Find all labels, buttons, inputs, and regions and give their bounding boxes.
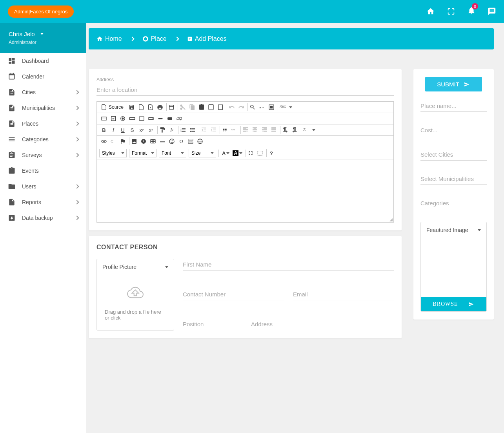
styles-select[interactable]: Styles [99, 149, 127, 157]
chat-icon[interactable] [488, 7, 496, 16]
div-icon[interactable]: DIV [231, 127, 237, 133]
italic-icon[interactable]: I [110, 127, 116, 133]
nav-surveys[interactable]: Surveys [0, 147, 86, 163]
cut-icon[interactable] [180, 104, 186, 110]
language-icon[interactable]: 文 [303, 127, 309, 133]
strike-icon[interactable]: S [129, 127, 135, 133]
align-left-icon[interactable] [242, 127, 249, 133]
textarea-icon[interactable] [138, 115, 145, 122]
paste-word-icon[interactable] [217, 104, 224, 110]
browse-button[interactable]: BROWSE [421, 297, 486, 311]
numbered-list-icon[interactable] [180, 127, 186, 133]
profile-picture-drop-area[interactable]: Drag and drop a file here or click [97, 275, 174, 330]
text-color-button[interactable]: A [222, 150, 229, 156]
profile-block[interactable]: Chris Jelo Administrator [0, 23, 86, 53]
notifications-button[interactable]: 0 [467, 6, 476, 16]
unlink-icon[interactable] [110, 138, 116, 144]
address-input[interactable] [96, 84, 394, 96]
select-municipalities-input[interactable] [420, 173, 487, 185]
copy-format-icon[interactable] [159, 127, 166, 133]
place-name-input[interactable] [420, 100, 487, 112]
first-name-input[interactable] [183, 259, 394, 270]
breadcrumb-home[interactable]: Home [96, 35, 122, 42]
size-select[interactable]: Size [189, 149, 216, 157]
copy-icon[interactable] [189, 104, 195, 110]
fullscreen-icon[interactable] [447, 7, 455, 16]
save-icon[interactable] [129, 104, 135, 110]
smiley-icon[interactable] [169, 138, 175, 144]
align-right-icon[interactable] [261, 127, 267, 133]
outdent-icon[interactable] [201, 127, 207, 133]
nav-reports[interactable]: Reports [0, 194, 86, 210]
show-blocks-icon[interactable] [257, 150, 263, 156]
bg-color-button[interactable]: A [233, 150, 242, 156]
image-icon[interactable] [131, 138, 137, 144]
flash-icon[interactable] [140, 138, 147, 144]
select-cities-input[interactable] [420, 149, 487, 161]
maximize-icon[interactable] [247, 150, 254, 156]
find-icon[interactable] [249, 104, 256, 110]
paste-icon[interactable] [198, 104, 205, 110]
table-icon[interactable] [150, 138, 156, 144]
pagebreak-icon[interactable] [187, 138, 194, 144]
nav-places[interactable]: Places [0, 116, 86, 132]
position-input[interactable] [183, 318, 242, 330]
underline-icon[interactable]: U [120, 127, 126, 133]
remove-format-icon[interactable]: Ix [169, 127, 175, 133]
featured-image-drop-area[interactable] [421, 238, 486, 297]
contact-number-input[interactable] [183, 289, 284, 300]
breadcrumb-add[interactable]: Add Places [187, 35, 227, 42]
nav-dashboard[interactable]: Dashboard [0, 53, 86, 69]
radio-icon[interactable] [120, 115, 126, 122]
nav-cities[interactable]: Cities [0, 84, 86, 100]
special-char-icon[interactable]: Ω [178, 138, 184, 144]
new-page-icon[interactable] [138, 104, 144, 110]
print-icon[interactable] [157, 104, 163, 110]
imagebutton-icon[interactable] [167, 115, 173, 122]
select-icon[interactable] [148, 115, 154, 122]
chevron-down-icon[interactable] [312, 129, 315, 131]
home-icon[interactable] [426, 7, 435, 16]
link-icon[interactable] [101, 138, 107, 144]
select-all-icon[interactable] [268, 104, 275, 110]
preview-icon[interactable] [147, 104, 154, 110]
blockquote-icon[interactable] [222, 127, 228, 133]
align-center-icon[interactable] [252, 127, 258, 133]
bold-icon[interactable]: B [101, 127, 107, 133]
undo-icon[interactable] [229, 104, 235, 110]
about-icon[interactable]: ? [268, 150, 275, 156]
subscript-icon[interactable]: x2 [138, 127, 145, 133]
categories-input[interactable] [420, 197, 487, 209]
hr-icon[interactable] [159, 138, 166, 144]
hidden-field-icon[interactable] [176, 115, 182, 122]
nav-categories[interactable]: Categories [0, 132, 86, 147]
nav-municipalities[interactable]: Municipalities [0, 100, 86, 116]
align-justify-icon[interactable] [271, 127, 277, 133]
checkbox-icon[interactable] [110, 115, 116, 122]
replace-icon[interactable]: a↔ [259, 104, 265, 110]
iframe-icon[interactable] [197, 138, 203, 144]
redo-icon[interactable] [238, 104, 244, 110]
nav-databackup[interactable]: Data backup [0, 210, 86, 226]
indent-icon[interactable] [210, 127, 217, 133]
button-icon[interactable] [157, 115, 164, 122]
profile-picture-header[interactable]: Profile Picture [97, 259, 174, 275]
templates-icon[interactable] [168, 104, 175, 110]
anchor-icon[interactable] [120, 138, 126, 144]
contact-address-input[interactable] [251, 318, 310, 330]
form-icon[interactable] [101, 115, 107, 122]
textfield-icon[interactable] [129, 115, 135, 122]
bullet-list-icon[interactable] [189, 127, 196, 133]
editor-source-button[interactable]: Source [101, 104, 124, 110]
format-select[interactable]: Format [129, 149, 156, 157]
nav-events[interactable]: Events [0, 163, 86, 179]
nav-users[interactable]: Users [0, 179, 86, 194]
email-input[interactable] [293, 289, 394, 300]
rtl-icon[interactable] [291, 127, 298, 133]
font-select[interactable]: Font [159, 149, 186, 157]
editor-resize-grip[interactable] [389, 218, 393, 221]
chevron-down-icon[interactable] [289, 106, 292, 108]
nav-calender[interactable]: Calender [0, 69, 86, 84]
paste-text-icon[interactable] [208, 104, 214, 110]
featured-image-header[interactable]: Feautured Image [421, 222, 486, 238]
